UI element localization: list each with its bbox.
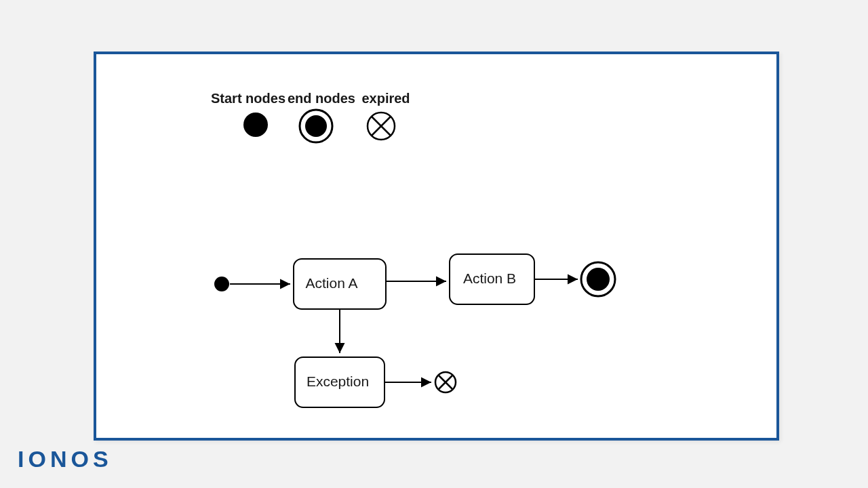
brand-logo: IONOS	[18, 446, 113, 472]
legend-expired-label: expired	[361, 91, 410, 106]
svg-point-6	[587, 268, 610, 291]
start-node-icon	[243, 113, 268, 137]
flow-end-node	[581, 262, 615, 296]
flow-start-node	[214, 277, 229, 291]
svg-point-1	[305, 115, 327, 137]
expired-node-icon	[368, 113, 395, 140]
legend-start-label: Start nodes	[211, 91, 285, 106]
flow-node-action-a-label: Action A	[305, 275, 357, 291]
end-node-icon	[300, 110, 332, 142]
diagram-svg: Start nodes end nodes expired Action A A…	[96, 54, 776, 438]
diagram-frame: Start nodes end nodes expired Action A A…	[94, 52, 779, 441]
flow-expired-node	[435, 372, 456, 392]
flow-node-action-b-label: Action B	[463, 270, 516, 286]
legend-end-label: end nodes	[288, 91, 355, 106]
flow-node-exception-label: Exception	[307, 373, 369, 389]
